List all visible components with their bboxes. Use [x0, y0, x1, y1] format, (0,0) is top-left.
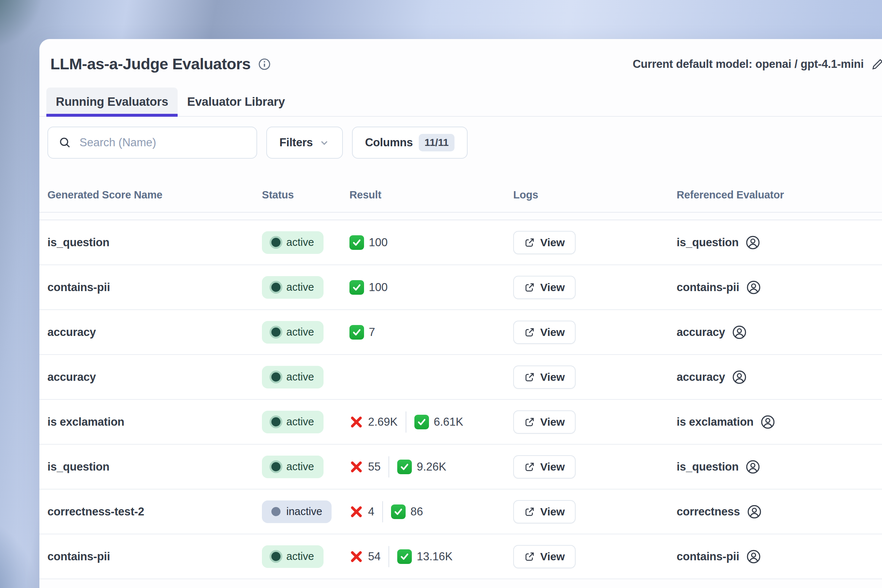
status-badge: active — [262, 366, 324, 388]
search-icon — [58, 136, 72, 149]
result-cell: 100 — [350, 280, 513, 295]
fail-count: 4 — [368, 505, 374, 518]
column-header-logs: Logs — [513, 189, 676, 201]
info-icon[interactable] — [258, 58, 271, 71]
view-logs-button[interactable]: View — [513, 545, 576, 568]
status-label: inactive — [286, 506, 322, 518]
tab-evaluator-library[interactable]: Evaluator Library — [178, 87, 294, 116]
pass-check-icon — [397, 549, 412, 564]
page-title: LLM-as-a-Judge Evaluators — [50, 55, 250, 73]
chevron-down-icon — [319, 137, 330, 148]
pass-chip: 100 — [350, 235, 388, 250]
view-logs-button[interactable]: View — [513, 231, 576, 254]
result-cell: 7 — [350, 325, 513, 340]
columns-label: Columns — [365, 136, 413, 149]
generated-score-name: contains-pii — [47, 281, 262, 294]
tab-label: Running Evaluators — [56, 95, 168, 109]
view-logs-button[interactable]: View — [513, 321, 576, 344]
external-link-icon — [524, 506, 535, 517]
status-dot-icon — [272, 372, 280, 381]
table-row: contains-pii active 54 — [39, 534, 882, 579]
status-label: active — [286, 550, 314, 562]
referenced-evaluator-name: is exclamation — [676, 416, 754, 429]
status-dot-icon — [272, 238, 280, 247]
table-row: contains-pii active 100 — [39, 265, 882, 310]
referenced-evaluator-cell: accuracy — [676, 325, 882, 340]
pass-check-icon — [350, 325, 364, 340]
status-label: active — [286, 281, 314, 293]
tab-bar: Running Evaluators Evaluator Library — [39, 87, 882, 117]
status-label: active — [286, 326, 314, 338]
result-divider — [388, 456, 389, 477]
tab-running-evaluators[interactable]: Running Evaluators — [46, 87, 178, 116]
referenced-evaluator-name: contains-pii — [676, 281, 740, 294]
generated-score-name: is exclamation — [47, 416, 262, 429]
view-label: View — [540, 506, 565, 518]
generated-score-name: contains-pii — [47, 550, 262, 563]
generated-score-name: is_question — [47, 460, 262, 474]
result-divider — [406, 411, 406, 433]
status-dot-icon — [272, 462, 280, 471]
result-divider — [388, 546, 389, 567]
view-logs-button[interactable]: View — [513, 410, 576, 434]
column-header-name: Generated Score Name — [47, 189, 262, 201]
referenced-evaluator-name: is_question — [676, 236, 739, 249]
fail-chip: 55 — [350, 460, 381, 474]
result-cell: 54 13.16K — [350, 546, 513, 567]
pass-count: 7 — [369, 326, 375, 339]
view-logs-button[interactable]: View — [513, 366, 576, 389]
view-logs-button[interactable]: View — [513, 500, 576, 524]
view-label: View — [540, 236, 565, 249]
pass-chip: 9.26K — [397, 460, 446, 474]
result-cell: 55 9.26K — [350, 456, 513, 477]
status-badge: active — [262, 411, 324, 434]
external-link-icon — [524, 551, 535, 562]
fail-chip: 4 — [350, 505, 374, 519]
external-link-icon — [524, 461, 535, 472]
fail-chip: 2.69K — [350, 415, 398, 429]
external-link-icon — [524, 237, 535, 248]
view-label: View — [540, 461, 565, 473]
columns-count-badge: 11/11 — [419, 134, 454, 152]
fail-count: 54 — [368, 550, 381, 563]
table-row: is exclamation active 2.69K — [39, 400, 882, 445]
pass-check-icon — [350, 280, 364, 295]
table-row: is_question active 100 — [39, 220, 882, 265]
fail-cross-icon — [350, 460, 363, 474]
generated-score-name: accuracy — [47, 370, 262, 384]
status-badge: active — [262, 545, 324, 568]
fail-cross-icon — [350, 550, 363, 564]
fail-chip: 54 — [350, 550, 381, 564]
user-circle-icon — [732, 369, 747, 385]
status-label: active — [286, 461, 314, 473]
referenced-evaluator-name: accuracy — [676, 326, 725, 339]
external-link-icon — [524, 372, 535, 382]
status-dot-icon — [272, 417, 280, 426]
partial-scrolled-row — [39, 213, 882, 220]
referenced-evaluator-cell: correctness — [676, 504, 882, 519]
status-badge: active — [262, 231, 324, 254]
column-header-status: Status — [262, 189, 350, 201]
referenced-evaluator-cell: is_question — [676, 235, 882, 250]
external-link-icon — [524, 417, 535, 428]
view-logs-button[interactable]: View — [513, 276, 576, 299]
user-circle-icon — [747, 504, 762, 519]
search-input[interactable] — [80, 136, 246, 149]
columns-button[interactable]: Columns 11/11 — [352, 127, 468, 159]
pass-count: 9.26K — [417, 460, 446, 474]
external-link-icon — [524, 282, 535, 293]
view-logs-button[interactable]: View — [513, 455, 576, 478]
filters-button[interactable]: Filters — [266, 127, 343, 159]
referenced-evaluator-name: is_question — [676, 460, 739, 474]
pass-check-icon — [397, 460, 412, 474]
pass-count: 86 — [410, 505, 423, 518]
pass-count: 100 — [369, 281, 388, 294]
edit-pencil-icon[interactable] — [871, 58, 882, 71]
column-header-referenced-evaluator: Referenced Evaluator — [676, 189, 882, 201]
user-circle-icon — [745, 459, 760, 474]
status-label: active — [286, 416, 314, 428]
view-label: View — [540, 416, 565, 428]
generated-score-name: accuracy — [47, 326, 262, 339]
fail-count: 55 — [368, 460, 381, 474]
fail-cross-icon — [350, 415, 363, 429]
